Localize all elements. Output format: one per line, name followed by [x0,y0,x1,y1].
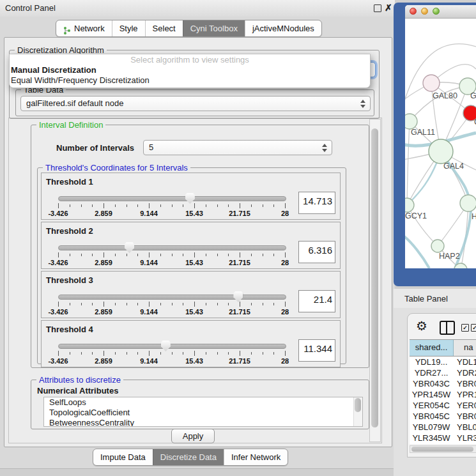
slider-thumb[interactable] [161,341,171,351]
attribute-item[interactable]: SelfLoops [44,397,362,408]
scrollbar-thumb[interactable] [371,128,378,427]
zoom-traffic-light[interactable] [433,8,440,15]
threshold-label: Threshold 1 [46,177,93,187]
tab-select[interactable]: Select [145,20,183,36]
slider-ticks [58,302,285,307]
cell-name[interactable]: YBR0 [453,411,476,422]
slider-thumb[interactable] [125,242,134,253]
network-node[interactable] [405,114,417,129]
algorithm-dropdown-popup: Select algorithm to view settings Manual… [9,54,371,88]
top-tabstrip: Network Style Select Cyni Toolbox jActiv… [56,20,322,37]
apply-button[interactable]: Apply [171,429,215,443]
network-node-label: GAL11 [411,128,435,137]
settings-scrollbar[interactable] [369,119,381,442]
table-row[interactable]: YDR27...YDR2 [410,367,476,378]
attributes-scrollbar[interactable] [353,397,362,426]
dropdown-option[interactable]: Equal Width/Frequency Discretization [10,75,370,86]
slider-track[interactable] [58,245,286,250]
network-canvas[interactable]: GAL80GCGAL11GAL4GCY1HHAP2 [405,18,476,268]
tab-cyni-toolbox[interactable]: Cyni Toolbox [183,20,245,36]
threshold-value-field[interactable]: 11.344 [298,339,335,362]
table-data-combobox[interactable]: galFiltered.sif default node [20,96,371,111]
slider-tick-labels: -3.4262.8599.14415.4321.71528 [58,308,285,315]
table-row[interactable]: YBR045CYBR0 [410,411,476,422]
table-row[interactable]: YLR345WYLR3 [410,433,476,443]
cell-name[interactable]: YBL0 [453,422,476,433]
tab-impute-data[interactable]: Impute Data [93,449,153,465]
cell-shared-name[interactable]: YBL079W [410,422,453,433]
number-of-intervals-spinner[interactable]: 5 [143,140,332,155]
slider-ticks [58,252,285,258]
cell-shared-name[interactable]: YBR045C [410,411,453,422]
scrollbar-thumb[interactable] [411,447,473,452]
table-row[interactable]: YIL052CYIL0 [410,443,476,444]
tick-label: 21.715 [229,210,250,217]
gear-icon[interactable]: ⚙ [416,318,427,334]
cell-name[interactable]: YIL0 [453,443,476,444]
table-horizontal-scrollbar[interactable] [410,445,476,453]
tab-label: Impute Data [100,449,146,465]
table-row[interactable]: YBL079WYBL0 [410,422,476,433]
threshold-value-field[interactable]: 21.4 [298,290,335,312]
network-node[interactable] [429,139,453,164]
cell-name[interactable]: YBR0 [453,378,476,389]
checkbox-checked-icon[interactable]: ✓ [461,324,469,332]
cell-shared-name[interactable]: YDR27... [410,367,453,378]
cell-name[interactable]: YER0 [453,400,476,411]
cell-shared-name[interactable]: YBR043C [410,378,453,389]
dropdown-option[interactable]: Manual Discretization [10,65,370,75]
numerical-attributes-list[interactable]: SelfLoopsTopologicalCoefficientBetweenne… [43,397,363,427]
cell-name[interactable]: YLR3 [453,433,476,443]
network-node[interactable] [460,195,476,211]
slider-track[interactable] [58,344,286,349]
threshold-value-field[interactable]: 14.713 [298,192,335,214]
threshold-value-field[interactable]: 6.316 [298,241,335,263]
tab-infer-network[interactable]: Infer Network [224,449,288,465]
cell-shared-name[interactable]: YLR345W [410,433,453,443]
table-panel-area: ⚙ ✓ ✓ shared... na YDL19...YDL1YDR27...Y… [394,308,476,476]
tab-discretize-data[interactable]: Discretize Data [153,449,224,465]
close-icon[interactable]: ✗ [385,3,392,13]
slider-thumb[interactable] [233,291,243,302]
cell-shared-name[interactable]: YIL052C [410,443,453,444]
tick-label: -3.426 [48,210,68,217]
cell-name[interactable]: YPR1 [453,389,476,400]
table-header-row: shared... na [410,339,476,357]
minimize-traffic-light[interactable] [421,8,428,15]
table-row[interactable]: YER054CYER0 [410,400,476,411]
network-node-label: GAL80 [433,91,457,100]
table-row[interactable]: YBR043CYBR0 [410,378,476,389]
column-header-shared[interactable]: shared... [410,340,454,356]
scrollbar-thumb[interactable] [355,398,361,412]
tick-label: -3.426 [48,357,68,365]
tick-label: 28 [281,259,289,266]
slider-track[interactable] [58,295,286,300]
titlebar: Control Panel ✗ [0,0,395,17]
table-row[interactable]: YDL19...YDL1 [410,357,476,367]
slider-track[interactable] [58,196,286,201]
tab-style[interactable]: Style [112,20,145,36]
cell-name[interactable]: YDL1 [453,357,476,367]
cell-shared-name[interactable]: YPR145W [410,389,453,400]
tab-network[interactable]: Network [56,20,112,36]
cell-shared-name[interactable]: YDL19... [410,357,453,367]
cell-name[interactable]: YDR2 [453,367,476,378]
slider-thumb[interactable] [185,193,195,204]
group-label: Interval Definition [36,120,105,130]
network-node[interactable] [423,75,440,91]
float-window-icon[interactable] [374,4,381,12]
table-row[interactable]: YPR145WYPR1 [410,389,476,400]
attribute-item[interactable]: BetweennessCentrality [44,418,362,427]
tick-label: 28 [281,308,289,316]
cell-shared-name[interactable]: YER054C [410,400,453,411]
tick-label: 15.43 [185,259,203,266]
checkbox-checked-icon[interactable]: ✓ [471,324,476,332]
attribute-item[interactable]: TopologicalCoefficient [44,408,362,418]
tick-label: 9.144 [140,357,158,365]
network-node[interactable] [431,240,444,252]
tick-label: 28 [281,210,289,217]
close-traffic-light[interactable] [410,8,417,15]
column-header-name[interactable]: na [454,340,476,356]
tab-jactivemnodules[interactable]: jActiveMNodules [245,20,321,36]
column-layout-icon[interactable] [440,321,455,335]
